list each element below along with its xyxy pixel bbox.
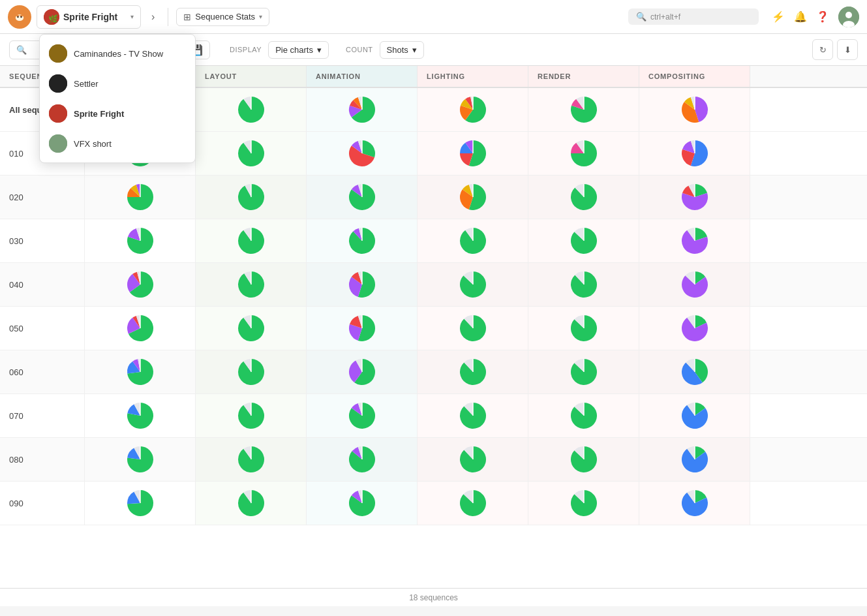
search-placeholder: ctrl+alt+f [650,12,680,22]
td-animation-All sequences [307,88,418,131]
td-lighting-060 [418,350,528,393]
td-animation-080 [307,438,418,481]
grid-icon: ⊞ [183,12,191,22]
td-layout-050 [196,307,307,350]
download-button[interactable]: ⬇ [837,39,858,60]
table-row[interactable]: 070 [0,394,867,438]
td-lighting-090 [418,482,528,525]
sequence-stats-button[interactable]: ⊞ Sequence Stats ▾ [176,8,269,26]
search-bar[interactable]: 🔍 ctrl+alt+f [628,8,759,25]
project-dropdown: Caminandes - TV Show Settler Sprite Frig… [39,34,196,163]
td-layout-030 [196,219,307,262]
table-row[interactable]: 030 [0,219,867,263]
project-name: Sprite Fright [63,12,127,22]
table-row[interactable]: 040 [0,263,867,307]
table-row[interactable]: 080 [0,438,867,482]
lightning-icon[interactable]: ⚡ [772,10,785,23]
table-row[interactable]: 020 [0,176,867,219]
td-render-040 [528,263,639,306]
td-all-080 [85,438,196,481]
td-animation-050 [307,307,418,350]
svg-point-5 [20,16,22,17]
count-select[interactable]: Shots ▾ [380,41,424,59]
dropdown-thumb-caminandes [49,44,67,63]
td-all-070 [85,394,196,437]
count-label: COUNT [346,46,373,54]
seq-label-090: 090 [0,482,85,525]
td-layout-All sequences [196,88,307,131]
td-layout-080 [196,438,307,481]
project-selector[interactable]: 🌿 Sprite Fright ▾ [37,5,141,29]
td-lighting-050 [418,307,528,350]
td-compositing-030 [639,219,750,262]
td-layout-020 [196,176,307,219]
count-chevron-icon: ▾ [412,45,417,55]
dropdown-thumb-vfx-short [49,134,67,153]
search-icon: 🔍 [636,12,646,22]
svg-point-12 [49,74,67,93]
help-icon[interactable]: ❓ [816,10,829,23]
topbar-icons: ⚡ 🔔 ❓ [772,7,859,27]
td-lighting-070 [418,394,528,437]
topbar: 🌿 Sprite Fright ▾ › ⊞ Sequence Stats ▾ 🔍… [0,0,867,34]
project-thumbnail: 🌿 [44,9,59,25]
seq-label-040: 040 [0,263,85,306]
dropdown-item-caminandes[interactable]: Caminandes - TV Show [40,38,195,69]
td-compositing-060 [639,350,750,393]
td-compositing-070 [639,394,750,437]
td-lighting-080 [418,438,528,481]
display-select[interactable]: Pie charts ▾ [268,41,329,59]
th-compositing: COMPOSITING [639,66,750,87]
dropdown-thumb-sprite-fright [49,104,67,123]
dropdown-item-settler[interactable]: Settler [40,69,195,99]
seq-label-030: 030 [0,219,85,262]
td-layout-090 [196,482,307,525]
td-all-040 [85,263,196,306]
display-label: DISPLAY [230,46,262,54]
td-render-010 [528,132,639,175]
table-row[interactable]: 090 [0,482,867,525]
user-avatar[interactable] [838,7,859,27]
dropdown-label-sprite-fright: Sprite Fright [74,109,124,119]
td-all-090 [85,482,196,525]
table-row[interactable]: 050 [0,307,867,350]
td-render-070 [528,394,639,437]
svg-point-13 [49,104,67,123]
th-render: RENDER [528,66,639,87]
seq-label-020: 020 [0,176,85,219]
th-animation: ANIMATION [307,66,418,87]
dropdown-label-settler: Settler [74,79,99,89]
td-lighting-040 [418,263,528,306]
table-row[interactable]: 060 [0,350,867,394]
td-render-030 [528,219,639,262]
td-compositing-050 [639,307,750,350]
th-lighting: LIGHTING [418,66,528,87]
td-render-020 [528,176,639,219]
td-compositing-010 [639,132,750,175]
td-compositing-020 [639,176,750,219]
td-render-060 [528,350,639,393]
svg-point-4 [17,16,18,17]
dropdown-item-vfx-short[interactable]: VFX short [40,129,195,159]
refresh-button[interactable]: ↻ [812,39,833,60]
bell-icon[interactable]: 🔔 [794,10,807,23]
td-layout-040 [196,263,307,306]
td-lighting-030 [418,219,528,262]
display-value: Pie charts [275,45,313,55]
dropdown-item-sprite-fright[interactable]: Sprite Fright [40,99,195,129]
seq-stats-chevron-icon: ▾ [259,13,262,20]
td-layout-070 [196,394,307,437]
td-render-050 [528,307,639,350]
nav-forward-button[interactable]: › [146,8,160,25]
td-animation-040 [307,263,418,306]
td-lighting-020 [418,176,528,219]
td-all-020 [85,176,196,219]
count-value: Shots [387,45,408,55]
td-render-090 [528,482,639,525]
td-animation-070 [307,394,418,437]
dropdown-label-vfx-short: VFX short [74,139,112,149]
sequence-count: 18 sequences [409,593,458,602]
td-layout-060 [196,350,307,393]
td-animation-010 [307,132,418,175]
seq-stats-label: Sequence Stats [195,12,255,22]
